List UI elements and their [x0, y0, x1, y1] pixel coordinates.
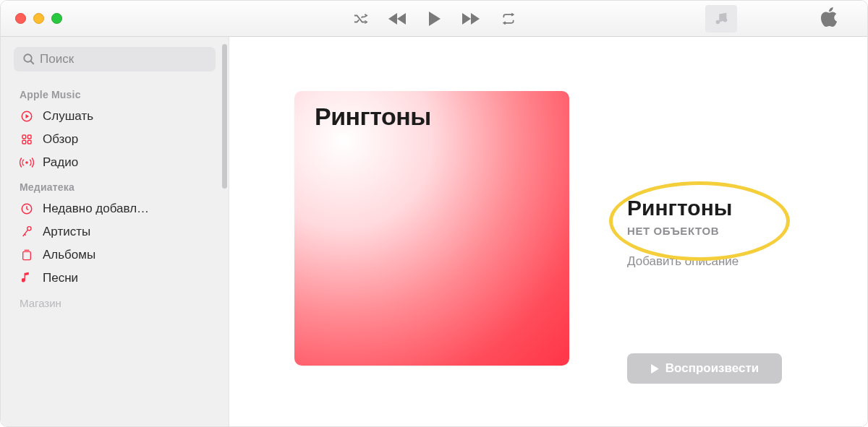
titlebar: [1, 1, 867, 37]
add-description-link[interactable]: Добавить описание: [627, 254, 739, 269]
sidebar-item-label: Альбомы: [43, 248, 95, 262]
apple-logo-icon: [821, 7, 838, 30]
close-window-button[interactable]: [15, 13, 26, 24]
music-note-icon: [20, 271, 34, 285]
sidebar-item-radio[interactable]: Радио: [1, 151, 229, 174]
sidebar-item-recently-added[interactable]: Недавно добавл…: [1, 197, 229, 220]
section-title-store-partial: Магазин: [1, 290, 229, 316]
sidebar-item-label: Недавно добавл…: [43, 202, 149, 216]
play-triangle-icon: [650, 363, 660, 374]
next-track-icon[interactable]: [461, 12, 482, 26]
svg-rect-11: [23, 251, 31, 259]
svg-point-1: [723, 18, 728, 22]
minimize-window-button[interactable]: [33, 13, 44, 24]
sidebar-item-label: Обзор: [43, 132, 78, 147]
fullscreen-window-button[interactable]: [51, 13, 62, 24]
sidebar-item-browse[interactable]: Обзор: [1, 128, 229, 151]
shuffle-icon[interactable]: [352, 12, 368, 25]
music-note-icon: [713, 11, 729, 27]
sidebar: Apple Music Слушать Обзор Радио Медиатек…: [1, 37, 229, 426]
section-title-library: Медиатека: [1, 174, 229, 197]
window-controls: [1, 13, 62, 24]
sidebar-item-artists[interactable]: Артисты: [1, 220, 229, 243]
artwork-title: Рингтоны: [315, 103, 431, 131]
svg-rect-6: [22, 140, 26, 144]
scrollbar-thumb[interactable]: [222, 44, 227, 189]
playlist-artwork: Рингтоны: [294, 91, 569, 366]
section-title-apple-music: Apple Music: [1, 82, 229, 105]
play-icon[interactable]: [427, 10, 442, 27]
microphone-icon: [20, 225, 34, 239]
sidebar-item-songs[interactable]: Песни: [1, 267, 229, 290]
previous-track-icon[interactable]: [387, 12, 409, 26]
album-icon: [20, 248, 34, 262]
sidebar-item-listen[interactable]: Слушать: [1, 105, 229, 128]
sidebar-item-label: Слушать: [43, 109, 93, 124]
play-button[interactable]: Воспроизвести: [627, 353, 782, 384]
search-icon: [22, 53, 35, 69]
svg-point-10: [27, 227, 31, 230]
search-input[interactable]: [14, 47, 216, 72]
playlist-title: Рингтоны: [627, 196, 739, 220]
playlist-meta: Рингтоны НЕТ ОБЪЕКТОВ Добавить описание: [627, 196, 739, 269]
content-area: Рингтоны Рингтоны НЕТ ОБЪЕКТОВ Добавить …: [229, 37, 867, 426]
clock-icon: [20, 202, 34, 216]
app-window: Apple Music Слушать Обзор Радио Медиатек…: [0, 0, 868, 427]
svg-rect-5: [27, 135, 31, 139]
svg-point-8: [25, 161, 28, 164]
search-field-wrap: [14, 47, 216, 72]
now-playing-box[interactable]: [705, 5, 737, 33]
svg-point-0: [716, 20, 720, 25]
playlist-subtitle: НЕТ ОБЪЕКТОВ: [627, 225, 739, 237]
playback-controls: [352, 10, 516, 27]
svg-point-2: [24, 54, 32, 62]
play-circle-icon: [20, 109, 34, 124]
svg-rect-4: [22, 135, 26, 139]
svg-rect-7: [27, 140, 31, 144]
sidebar-scrollbar[interactable]: [222, 44, 227, 426]
sidebar-item-albums[interactable]: Альбомы: [1, 243, 229, 267]
sidebar-item-label: Радио: [43, 155, 78, 170]
grid-icon: [20, 132, 34, 147]
repeat-icon[interactable]: [501, 12, 516, 25]
sidebar-item-label: Песни: [43, 271, 78, 285]
play-button-label: Воспроизвести: [665, 361, 760, 376]
radio-icon: [20, 155, 34, 170]
sidebar-item-label: Артисты: [43, 225, 90, 239]
